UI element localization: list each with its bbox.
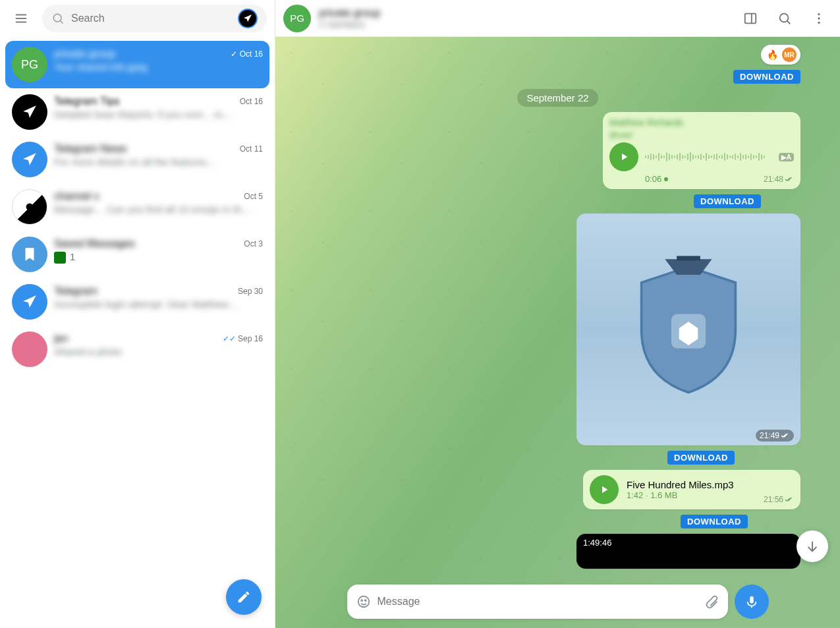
chat-preview: Your shared info.jpeg [54,61,263,72]
chat-preview: Detailed Gear Reports: if you com... ro… [54,109,263,120]
chat-preview: Message… Can you find all 10 emojis in t… [54,204,263,215]
chat-header-subtitle: 2 members [319,19,729,30]
chat-title: Telegram News [54,143,126,155]
chat-header-title: private group [319,7,729,19]
svg-point-17 [364,600,366,601]
chat-title: private group [54,48,115,60]
svg-point-8 [780,13,789,22]
square-emoji-icon [54,252,66,264]
chat-date: Oct 16 [240,97,263,106]
messages-container: 🔥 MR DOWNLOAD September 22 Matthew Richa… [275,37,840,628]
svg-line-4 [61,21,63,24]
scroll-to-bottom-button[interactable] [797,530,828,562]
voice-sender-name: Matthew Richards [609,117,794,128]
chat-title: channel x [54,190,99,202]
avatar [12,189,47,225]
svg-rect-14 [677,256,700,260]
image-message-bubble[interactable]: 21:49 [576,214,800,445]
avatar [12,284,47,320]
avatar [12,237,47,272]
chat-list-item[interactable]: Telegram News Oct 11 For more details on… [5,136,269,183]
play-button[interactable] [609,142,638,171]
chat-title: Telegram [54,285,98,297]
chat-date: Oct 5 [244,192,263,201]
svg-point-5 [26,204,34,211]
download-label[interactable]: DOWNLOAD [694,194,761,208]
chat-panel: PG private group 2 members 🔥 MR DOWNLOAD… [275,0,840,628]
video-duration: 1:49:46 [583,538,611,548]
download-label[interactable]: DOWNLOAD [733,70,800,84]
shield-icon [610,248,767,411]
svg-point-16 [361,600,362,601]
chat-date: Oct 3 [244,239,263,248]
chat-list-item[interactable]: Saved Messages Oct 3 1 [5,231,269,278]
search-app-badge[interactable] [238,9,258,28]
svg-point-11 [818,17,820,19]
sidebar-toggle-button[interactable] [737,5,764,32]
svg-point-3 [53,14,61,22]
attach-icon[interactable] [704,594,719,609]
avatar [12,94,47,130]
chat-list-item[interactable]: PG private group ✓ Oct 16 Your shared in… [5,41,269,88]
emoji-icon[interactable] [356,594,371,609]
chat-date: ✓✓ Sep 16 [223,334,263,343]
svg-rect-6 [745,13,756,23]
chat-list-sidebar: PG private group ✓ Oct 16 Your shared in… [0,0,275,628]
avatar [12,331,47,367]
chat-header[interactable]: PG private group 2 members [275,0,840,37]
voice-message-bubble[interactable]: Matthew Richards @user ▶A 0:06 21:48 [603,112,800,189]
svg-point-15 [358,596,369,608]
voice-record-button[interactable] [735,585,769,619]
svg-point-10 [818,13,820,14]
chat-preview: Incomplete login attempt. Dear Matthew… [54,299,263,310]
search-in-chat-button[interactable] [771,5,798,32]
chat-preview: Shared a photo [54,346,263,357]
message-composer [347,585,769,619]
search-input[interactable] [71,13,231,24]
message-input[interactable] [378,596,698,608]
image-content [576,214,800,445]
chat-preview: For more details on all the features… [54,156,263,167]
message-time: 21:48 [764,175,794,184]
sidebar-header [0,0,275,37]
chat-preview: 1 [54,251,263,264]
more-options-button[interactable] [806,5,832,32]
voice-speed-badge[interactable]: ▶A [779,153,794,161]
audio-message-bubble[interactable]: Five Hundred Miles.mp3 1:42 · 1.6 MB 21:… [583,470,800,509]
chat-list-item[interactable]: channel x Oct 5 Message… Can you find al… [5,183,269,231]
play-button[interactable] [590,475,619,504]
avatar: PG [12,47,47,82]
chat-title: Telegram Tips [54,96,120,107]
voice-waveform[interactable] [645,149,772,165]
avatar [12,142,47,177]
message-time: 21:49 [756,430,794,442]
voice-duration: 0:06 [645,174,668,184]
chat-list-item[interactable]: Telegram Sep 30 Incomplete login attempt… [5,278,269,326]
fire-reaction-icon: 🔥 [765,47,779,62]
composer-input-box[interactable] [347,585,728,619]
menu-button[interactable] [8,5,34,32]
reactions-bubble[interactable]: 🔥 MR [761,45,800,65]
chat-date: ✓ Oct 16 [231,49,263,59]
new-message-button[interactable] [226,579,262,615]
chat-header-info: private group 2 members [319,7,729,30]
download-label[interactable]: DOWNLOAD [681,515,748,528]
date-separator: September 22 [517,89,598,107]
avatar: PG [283,5,311,32]
chat-area: 🔥 MR DOWNLOAD September 22 Matthew Richa… [275,37,840,628]
audio-meta: 1:42 · 1.6 MB [627,490,756,500]
chat-date: Oct 11 [240,144,263,154]
video-message-bubble[interactable]: 1:49:46 [576,534,800,569]
audio-title: Five Hundred Miles.mp3 [627,479,756,490]
search-icon [51,12,65,25]
voice-sender-handle: @user [609,130,794,140]
reaction-avatar: MR [782,47,797,62]
chat-date: Sep 30 [238,287,263,296]
chat-list-item[interactable]: jen ✓✓ Sep 16 Shared a photo [5,326,269,373]
download-label[interactable]: DOWNLOAD [667,451,735,465]
search-box[interactable] [42,5,267,32]
chat-list-item[interactable]: Telegram Tips Oct 16 Detailed Gear Repor… [5,88,269,136]
svg-line-9 [787,21,790,24]
svg-point-12 [818,21,820,23]
chat-title: jen [54,333,68,345]
